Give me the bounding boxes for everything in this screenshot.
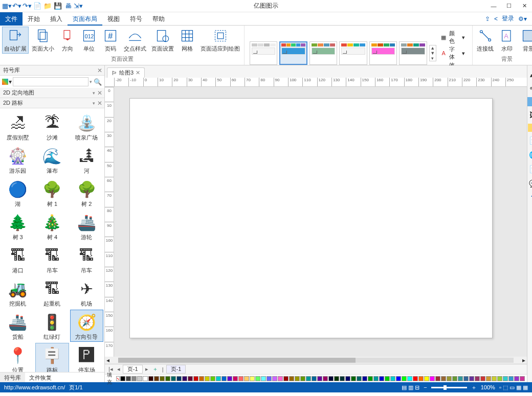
connector-button[interactable]: 连接线 [475,27,496,54]
chevron-down-icon[interactable]: ▾ [93,90,95,96]
color-swatch[interactable] [182,376,187,381]
library-item[interactable]: 🔵湖 [1,177,34,209]
page-next-icon[interactable]: ▸ [144,366,150,372]
theme-thumb-2[interactable] [279,41,307,65]
color-swatch[interactable] [503,376,508,381]
color-swatch[interactable] [435,376,440,381]
color-swatch[interactable] [199,376,204,381]
color-swatch[interactable] [480,376,485,381]
color-swatch[interactable] [469,376,474,381]
category-2d-map[interactable]: 2D 定向地图 ▾ ✕ [0,88,104,98]
tab-file[interactable]: 文件 [0,12,23,26]
zoom-slider[interactable] [431,387,467,388]
color-swatch[interactable] [396,376,401,381]
theme-font-button[interactable]: A字体▾ [440,45,465,61]
tab-recovery[interactable]: 文件恢复 [25,372,56,382]
color-swatch[interactable] [278,376,283,381]
library-item[interactable]: 🌲树 3 [1,210,34,242]
view-mode-icons[interactable]: ▤ ▥ ⊟ [402,384,419,391]
intersection-style-button[interactable]: 交点样式 [122,27,148,54]
minimize-button[interactable]: — [486,0,501,12]
unit-button[interactable]: 012 单位 [79,27,99,54]
library-item[interactable]: 🌳树 1 [35,177,69,209]
library-item[interactable]: 🚢货船 [1,310,34,342]
theme-thumb-1[interactable] [250,41,277,65]
theme-thumb-4[interactable] [339,41,367,65]
search-input[interactable] [13,77,88,86]
color-swatch[interactable] [171,376,176,381]
library-item[interactable]: 🌊瀑布 [35,144,69,176]
print-button[interactable]: 🖶 [63,2,73,11]
library-item[interactable]: 🅿停车场 [70,343,103,372]
status-url[interactable]: http://www.edrawsoft.cn/ [4,384,65,390]
library-item[interactable]: 🚢游轮 [70,210,103,242]
color-swatch[interactable] [492,376,497,381]
canvas-viewport[interactable] [114,87,527,357]
color-swatch[interactable] [233,376,238,381]
page-number-button[interactable]: # 页码 [100,27,121,54]
library-item[interactable]: 🏗起重机 [35,276,69,309]
library-item[interactable]: 🚜挖掘机 [1,276,34,309]
zoom-out-icon[interactable]: − [424,384,427,390]
color-swatch[interactable] [176,376,182,381]
color-swatch[interactable] [120,376,125,381]
tab-help[interactable]: 帮助 [147,12,170,26]
theme-thumb-5[interactable] [369,41,397,65]
page-tab[interactable]: 页-1 [123,365,143,374]
new-button[interactable]: 📄 [33,2,42,11]
auto-extend-button[interactable]: 自动扩展 [2,27,29,54]
theme-more-icon[interactable]: ▾ [430,56,436,61]
tab-start[interactable]: 开始 [23,12,45,26]
color-swatch[interactable] [221,376,227,381]
color-swatch[interactable] [508,376,514,381]
library-item[interactable]: 🎡游乐园 [1,144,34,176]
library-item[interactable]: 🪧路标 [35,343,69,372]
fit-to-drawing-button[interactable]: 页面适应到绘图 [198,27,242,54]
color-swatch[interactable] [312,376,317,381]
color-swatch[interactable] [340,376,345,381]
color-swatch[interactable] [306,376,311,381]
document-tab[interactable]: 🏳 绘图3 ✕ [107,67,145,78]
help-icon[interactable]: ? [527,192,532,203]
color-swatch[interactable] [357,376,362,381]
library-item[interactable]: 🎄树 4 [35,210,69,242]
close-cat-icon[interactable]: ✕ [97,100,102,107]
library-item[interactable]: 🏖度假别墅 [1,110,34,143]
library-item[interactable]: 🏝沙滩 [35,110,69,143]
login-link[interactable]: 登录 [502,14,514,23]
qat-app-icon[interactable]: ▦▾ [2,2,11,11]
color-swatch[interactable] [267,376,272,381]
orientation-button[interactable]: 方向 [57,27,78,54]
search-icon[interactable]: 🔍 [93,78,102,86]
settings-icon[interactable]: ⚙▾ [518,15,527,22]
color-swatch[interactable] [475,376,480,381]
undo-button[interactable]: ↶▾ [12,2,21,11]
theme-color-button[interactable]: ▦颜色▾ [440,30,465,45]
theme-up-icon[interactable]: ▲ [430,45,436,51]
color-swatch[interactable] [441,376,446,381]
color-swatch[interactable] [289,376,294,381]
color-swatch[interactable] [300,376,305,381]
tab-library[interactable]: 符号库 [0,372,25,382]
color-swatch[interactable] [368,376,373,381]
color-swatch[interactable] [154,376,159,381]
horizontal-scrollbar[interactable]: ◂▸ [105,357,527,364]
color-swatch[interactable] [452,376,457,381]
page-prev-icon[interactable]: ◂ [116,366,122,372]
color-swatch[interactable] [379,376,384,381]
share-icon[interactable]: ⇪ [485,15,490,22]
pen-icon[interactable]: ✏ [527,83,532,94]
color-swatch[interactable] [216,376,221,381]
color-swatch[interactable] [205,376,210,381]
no-fill-swatch[interactable] [116,376,120,381]
color-swatch[interactable] [188,376,193,381]
library-filter-dropdown[interactable]: ▾ [2,78,12,85]
color-swatch[interactable] [351,376,356,381]
doc-icon[interactable]: 📄 [527,164,532,175]
color-swatch[interactable] [328,376,334,381]
color-swatch[interactable] [385,376,390,381]
color-swatch[interactable] [430,376,435,381]
color-swatch[interactable] [390,376,395,381]
library-item[interactable]: 🏗吊车 [35,243,69,275]
page-tab-alt[interactable]: 页-1 [166,365,186,374]
